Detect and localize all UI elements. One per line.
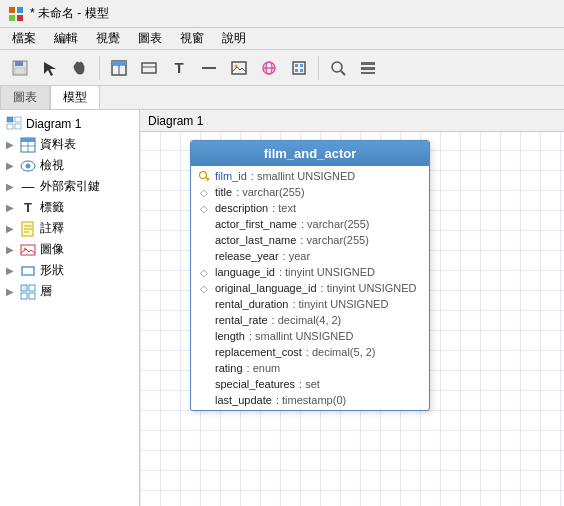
expand-icon-shape: ▶	[6, 265, 14, 276]
link-button[interactable]	[255, 54, 283, 82]
sidebar-label-table: 資料表	[40, 136, 76, 153]
expand-icon-note: ▶	[6, 223, 14, 234]
diamond-icon-desc: ◇	[197, 201, 211, 215]
line-button[interactable]	[195, 54, 223, 82]
field-type-rating: : enum	[247, 362, 281, 374]
spacer-icon-ry: ◇	[197, 249, 211, 263]
toolbar: T	[0, 50, 564, 86]
svg-rect-28	[361, 67, 375, 70]
sidebar-label-note: 註釋	[40, 220, 64, 237]
field-special-features[interactable]: ◇ special_features : set	[191, 376, 429, 392]
sidebar-item-fk[interactable]: ▶ — 外部索引鍵	[0, 176, 139, 197]
sidebar-item-shape[interactable]: ▶ 形狀	[0, 260, 139, 281]
field-rental-rate[interactable]: ◇ rental_rate : decimal(4, 2)	[191, 312, 429, 328]
field-last-update[interactable]: ◇ last_update : timestamp(0)	[191, 392, 429, 408]
sidebar-item-label[interactable]: ▶ T 標籤	[0, 197, 139, 218]
note-icon	[20, 221, 36, 237]
sidebar-item-image[interactable]: ▶ 圖像	[0, 239, 139, 260]
save-button[interactable]	[6, 54, 34, 82]
field-release-year[interactable]: ◇ release_year : year	[191, 248, 429, 264]
table-icon	[20, 137, 36, 153]
svg-rect-6	[15, 68, 25, 74]
field-language-id[interactable]: ◇ language_id : tinyint UNSIGNED	[191, 264, 429, 280]
shape-icon	[20, 263, 36, 279]
spacer-icon-lu: ◇	[197, 393, 211, 407]
field-original-language-id[interactable]: ◇ original_language_id : tinyint UNSIGNE…	[191, 280, 429, 296]
field-type-rental-rate: : decimal(4, 2)	[272, 314, 342, 326]
sidebar-item-table[interactable]: ▶ 資料表	[0, 134, 139, 155]
svg-rect-46	[22, 267, 34, 275]
field-actor-first-name[interactable]: ◇ actor_first_name : varchar(255)	[191, 216, 429, 232]
expand-icon-view: ▶	[6, 160, 14, 171]
svg-point-25	[332, 62, 342, 72]
diagram-area[interactable]: Diagram 1 film_and_actor	[140, 110, 564, 506]
svg-rect-27	[361, 62, 375, 65]
menu-edit[interactable]: 編輯	[46, 28, 86, 49]
menu-file[interactable]: 檔案	[4, 28, 44, 49]
spacer-icon-rat: ◇	[197, 361, 211, 375]
table-card-film-actor[interactable]: film_and_actor film_id	[190, 140, 430, 411]
menu-window[interactable]: 視窗	[172, 28, 212, 49]
title-text: * 未命名 - 模型	[30, 5, 109, 22]
sidebar-label-shape: 形狀	[40, 262, 64, 279]
menu-view[interactable]: 視覺	[88, 28, 128, 49]
table-button[interactable]	[105, 54, 133, 82]
tabs-row: 圖表 模型	[0, 86, 564, 110]
field-type-rental-duration: : tinyint UNSIGNED	[292, 298, 388, 310]
sidebar-item-diagram1[interactable]: Diagram 1	[0, 114, 139, 134]
text-button[interactable]: T	[165, 54, 193, 82]
field-name-rental-duration: rental_duration	[215, 298, 288, 310]
diagram-tab-bar: Diagram 1	[140, 110, 564, 132]
tab-diagram[interactable]: 圖表	[0, 85, 50, 109]
proc-button[interactable]	[285, 54, 313, 82]
menu-diagram[interactable]: 圖表	[130, 28, 170, 49]
label-icon: T	[20, 200, 36, 216]
hand-button[interactable]	[66, 54, 94, 82]
sidebar-label-fk: 外部索引鍵	[40, 178, 100, 195]
expand-icon-layer: ▶	[6, 286, 14, 297]
shape-button[interactable]	[135, 54, 163, 82]
svg-rect-30	[7, 117, 13, 122]
image-button[interactable]	[225, 54, 253, 82]
tab-model[interactable]: 模型	[50, 85, 100, 109]
field-name-actor-first-name: actor_first_name	[215, 218, 297, 230]
svg-rect-32	[7, 124, 13, 129]
sidebar-item-view[interactable]: ▶ 檢視	[0, 155, 139, 176]
menu-help[interactable]: 說明	[214, 28, 254, 49]
field-rating[interactable]: ◇ rating : enum	[191, 360, 429, 376]
field-type-replacement-cost: : decimal(5, 2)	[306, 346, 376, 358]
field-actor-last-name[interactable]: ◇ actor_last_name : varchar(255)	[191, 232, 429, 248]
field-film-id[interactable]: film_id : smallint UNSIGNED	[191, 168, 429, 184]
field-type-original-language-id: : tinyint UNSIGNED	[321, 282, 417, 294]
field-length[interactable]: ◇ length : smallint UNSIGNED	[191, 328, 429, 344]
svg-rect-1	[17, 7, 23, 13]
field-title[interactable]: ◇ title : varchar(255)	[191, 184, 429, 200]
diagram-tab-label: Diagram 1	[148, 114, 203, 128]
field-name-description: description	[215, 202, 268, 214]
field-name-replacement-cost: replacement_cost	[215, 346, 302, 358]
schema-button[interactable]	[354, 54, 382, 82]
field-name-language-id: language_id	[215, 266, 275, 278]
svg-rect-47	[21, 285, 27, 291]
pointer-button[interactable]	[36, 54, 64, 82]
search-button[interactable]	[324, 54, 352, 82]
field-description[interactable]: ◇ description : text	[191, 200, 429, 216]
sep-2	[318, 56, 319, 80]
sidebar-item-note[interactable]: ▶ 註釋	[0, 218, 139, 239]
svg-rect-11	[112, 61, 126, 65]
sidebar-item-layer[interactable]: ▶ 層	[0, 281, 139, 302]
svg-rect-22	[300, 64, 303, 67]
field-rental-duration[interactable]: ◇ rental_duration : tinyint UNSIGNED	[191, 296, 429, 312]
svg-rect-12	[142, 63, 156, 73]
svg-rect-49	[21, 293, 27, 299]
spacer-icon-aln: ◇	[197, 233, 211, 247]
field-type-last-update: : timestamp(0)	[276, 394, 346, 406]
diagram-icon	[6, 116, 22, 132]
diamond-icon-lid: ◇	[197, 265, 211, 279]
field-type-title: : varchar(255)	[236, 186, 304, 198]
field-replacement-cost[interactable]: ◇ replacement_cost : decimal(5, 2)	[191, 344, 429, 360]
sidebar-label-image: 圖像	[40, 241, 64, 258]
expand-icon-lbl: ▶	[6, 202, 14, 213]
svg-rect-35	[21, 138, 35, 142]
svg-rect-21	[295, 64, 298, 67]
